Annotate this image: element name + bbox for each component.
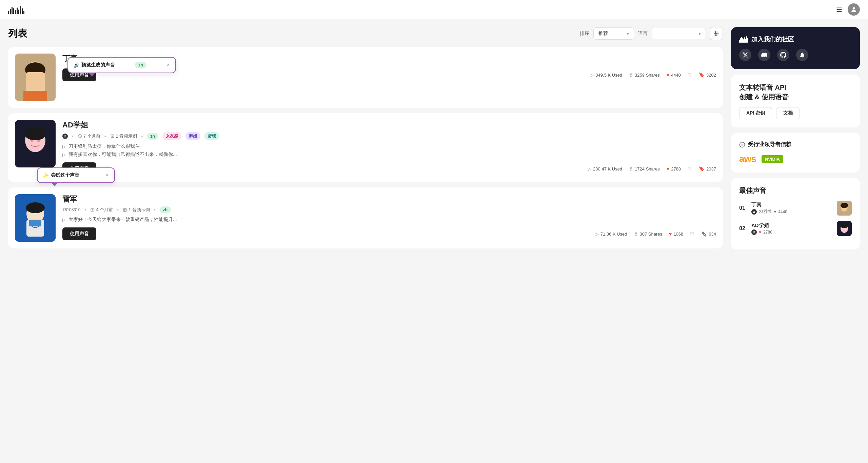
- tooltip-try[interactable]: ✨ 尝试这个声音 ×: [37, 167, 115, 183]
- sort-select[interactable]: 推荐 ▾: [593, 27, 634, 40]
- logo: [8, 5, 24, 14]
- tag-zh-2: zh: [147, 133, 158, 140]
- rank-1: 01: [739, 205, 747, 211]
- heart-outline-icon-1: ♡: [688, 72, 692, 78]
- sub-heart-2: ♥: [759, 230, 761, 235]
- speaker-icon: 🔊: [74, 62, 79, 68]
- sub-author-1: Xz乔希: [759, 209, 772, 215]
- menu-icon[interactable]: ☰: [836, 5, 842, 14]
- api-key-button[interactable]: API 密钥: [739, 107, 772, 119]
- notification-icon[interactable]: [796, 49, 808, 61]
- best-voice-info-1: 丁真 Xz乔希 ♥ 4440: [751, 202, 833, 215]
- community-header: 加入我们的社区: [739, 35, 852, 43]
- svg-point-27: [740, 142, 745, 147]
- tooltip-try-close[interactable]: ×: [106, 172, 109, 178]
- svg-point-0: [853, 7, 855, 9]
- stat-used-2: ▷ 230.47 K Used: [588, 166, 622, 172]
- svg-point-15: [31, 140, 33, 142]
- voice-card-1: 🔊 预览生成的声音 zh × 丁真: [8, 47, 723, 108]
- bookmarks-count-1: 3202: [706, 73, 716, 78]
- play-btn-2-2[interactable]: ▷: [62, 152, 66, 157]
- svg-point-17: [64, 135, 65, 136]
- heart-icon-3: ♥: [669, 231, 672, 237]
- github-icon[interactable]: [777, 49, 789, 61]
- heart-icon-2: ♥: [667, 166, 669, 172]
- sub-user-icon-1: [751, 209, 757, 215]
- svg-rect-26: [123, 208, 126, 212]
- sort-arrow-icon: ▾: [627, 31, 629, 36]
- svg-point-32: [753, 231, 754, 232]
- heart-icon-1: ♥: [667, 72, 669, 78]
- used-count-2: 230.47 K Used: [593, 166, 622, 172]
- shares-count-1: 3259 Shares: [635, 73, 660, 78]
- nvidia-logo: NVIDIA: [762, 155, 783, 163]
- api-card: 文本转语音 API 创建 & 使用语音 API 密钥 文档: [731, 75, 860, 127]
- svg-rect-24: [29, 220, 41, 226]
- card-footer-3: 使用声音 ▷ 71.86 K Used ⇪ 307 Shares: [62, 227, 716, 240]
- header: ☰: [0, 0, 868, 19]
- stat-heart-empty-2[interactable]: ♡: [688, 166, 692, 172]
- tag-girlfriend-2: 女友感: [162, 132, 181, 140]
- best-voices-title: 最佳声音: [739, 186, 852, 195]
- stat-heart-empty-3[interactable]: ♡: [690, 231, 694, 237]
- card-sample-line1-3: ▷ 大家好！今天给大家带来一款重磅产品，性能提升...: [62, 217, 716, 223]
- twitter-icon[interactable]: [739, 49, 751, 61]
- card-meta-2: • 7 个月前 • 2 音频示例 • zh 女友感 御姐: [62, 132, 716, 140]
- tooltip-preview[interactable]: 🔊 预览生成的声音 zh ×: [67, 57, 176, 73]
- likes-count-1: 4440: [671, 73, 681, 78]
- share-icon-3: ⇪: [634, 231, 638, 237]
- meta-time-2: 7 个月前: [78, 133, 100, 139]
- meta-userid-3: 78108310: [62, 207, 80, 212]
- main-layout: 列表 排序 推荐 ▾ 语言 ▾: [0, 19, 868, 262]
- best-voice-sub-1: Xz乔希 ♥ 4440: [751, 209, 833, 215]
- svg-point-5: [717, 33, 718, 34]
- svg-point-16: [37, 140, 40, 142]
- api-docs-button[interactable]: 文档: [776, 107, 800, 119]
- page-header: 列表 排序 推荐 ▾ 语言 ▾: [8, 27, 723, 40]
- heart-outline-icon-2: ♡: [688, 166, 692, 172]
- svg-point-22: [26, 202, 45, 213]
- meta-samples-2: 2 音频示例: [110, 133, 137, 139]
- card-body-2: AD学姐 • 7 个月前 •: [62, 120, 716, 175]
- tag-suhuan-2: 舒缓: [204, 132, 219, 140]
- svg-point-4: [715, 32, 716, 33]
- stat-bookmarks-1: 🔖 3202: [699, 72, 716, 78]
- dot-sep-3: •: [141, 134, 143, 139]
- community-title: 加入我们的社区: [751, 35, 794, 43]
- use-voice-btn-3[interactable]: 使用声音: [62, 227, 96, 240]
- api-title: 文本转语音 API 创建 & 使用语音: [739, 83, 852, 102]
- tooltip-preview-close[interactable]: ×: [167, 62, 170, 68]
- svg-rect-11: [23, 91, 47, 101]
- meta-time-3: 4 个月前: [90, 207, 113, 213]
- stat-likes-1: ♥ 4440: [667, 72, 681, 78]
- used-count-1: 349.5 K Used: [595, 73, 622, 78]
- meta-useravatar-2: [62, 134, 68, 139]
- user-avatar[interactable]: [848, 3, 860, 16]
- user-icon-2: [62, 134, 68, 139]
- play-btn-1-2[interactable]: ▷: [62, 144, 66, 149]
- card-stats-2: ▷ 230.47 K Used ⇪ 1724 Shares ♥ 2788: [588, 166, 716, 172]
- sort-label: 排序: [580, 31, 589, 37]
- stat-heart-empty-1[interactable]: ♡: [688, 72, 692, 78]
- page-title: 列表: [8, 27, 27, 40]
- best-voice-avatar-2: [837, 221, 852, 236]
- svg-point-14: [24, 127, 46, 140]
- lang-arrow-icon: ▾: [698, 31, 701, 36]
- tag-zh-3: zh: [160, 206, 171, 213]
- lang-select[interactable]: ▾: [652, 28, 706, 39]
- filter-settings-button[interactable]: [710, 27, 723, 40]
- card-inner-3: 雷军 78108310 • 4 个月前 • 1 音频示例 •: [15, 194, 716, 242]
- card-avatar-2: [15, 120, 56, 167]
- best-voice-sub-2: ♥ 2788: [751, 229, 833, 235]
- stat-shares-2: ⇪ 1724 Shares: [629, 166, 660, 172]
- play-btn-1-3[interactable]: ▷: [62, 217, 66, 222]
- card-avatar-1: [15, 54, 56, 101]
- community-icons: [739, 49, 852, 61]
- header-right: ☰: [836, 3, 860, 16]
- share-icon-1: ⇪: [629, 72, 633, 78]
- svg-rect-19: [111, 135, 114, 138]
- content-area: 列表 排序 推荐 ▾ 语言 ▾: [8, 27, 723, 254]
- discord-icon[interactable]: [758, 49, 770, 61]
- stat-shares-1: ⇪ 3259 Shares: [629, 72, 660, 78]
- dot-sep-3b: •: [117, 207, 119, 213]
